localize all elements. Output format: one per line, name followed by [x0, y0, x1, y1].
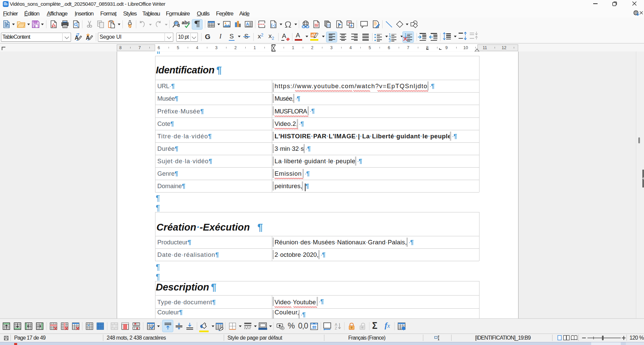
svg-text:d: d [177, 23, 180, 28]
svg-text:Z: Z [335, 326, 337, 330]
svg-text:[i]: [i] [327, 23, 330, 27]
svg-text:A: A [246, 22, 249, 27]
svg-text:1: 1 [317, 22, 319, 25]
